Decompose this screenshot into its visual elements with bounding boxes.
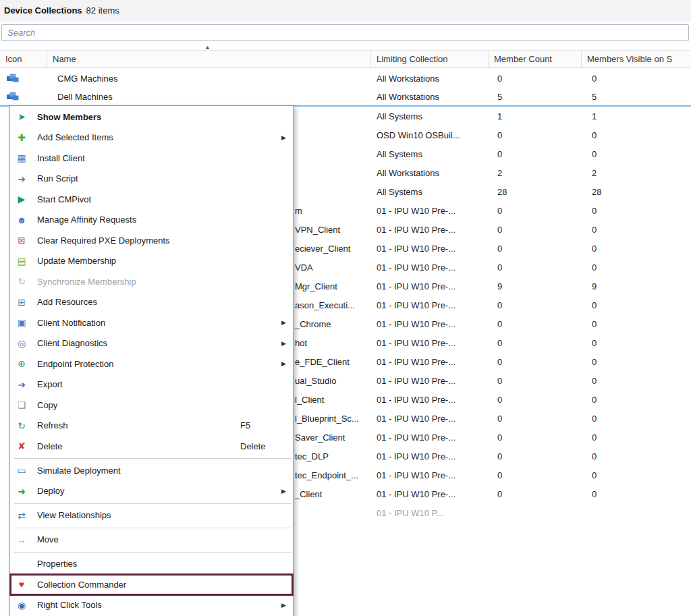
table-row[interactable]: CMG MachinesAll Workstations00 — [0, 69, 691, 88]
limiting-collection-value: All Workstations — [371, 74, 489, 84]
refresh-icon: ↻ — [14, 420, 29, 431]
members-visible-value: 0 — [582, 414, 691, 424]
column-header-name[interactable]: Name — [47, 51, 371, 67]
menu-item-right-click-tools[interactable]: ◉Right Click Tools▶ — [10, 595, 293, 616]
limiting-collection-value: 01 - IPU W10 Pre-... — [371, 395, 489, 405]
member-count-value: 0 — [489, 432, 582, 443]
members-visible-value: 0 — [582, 130, 691, 140]
menu-item-collection-commander[interactable]: ♥Collection Commander — [10, 574, 293, 595]
member-count-value: 0 — [489, 130, 582, 140]
menu-item-client-diagnostics[interactable]: ◎Client Diagnostics▶ — [10, 333, 293, 354]
sort-ascending-icon[interactable]: ▲ — [204, 45, 211, 51]
members-visible-value: 0 — [582, 300, 691, 310]
member-count-value: 2 — [489, 168, 582, 178]
menu-item-label: Manage Affinity Requests — [37, 215, 136, 225]
menu-item-clear-required-pxe-deployments[interactable]: ⊠Clear Required PXE Deployments — [10, 230, 293, 251]
menu-item-label: Deploy — [37, 486, 64, 496]
limiting-collection-value: 01 - IPU W10 Pre-... — [371, 244, 489, 254]
column-header-icon[interactable]: Icon — [0, 51, 47, 67]
menu-item-synchronize-membership: ↻Synchronize Membership — [10, 271, 293, 292]
synchronize-membership-icon: ↻ — [14, 276, 29, 287]
menu-item-deploy[interactable]: ➜Deploy▶ — [10, 481, 293, 502]
search-bar — [1, 24, 689, 41]
simulate-deployment-icon: ▭ — [14, 465, 29, 476]
search-input[interactable] — [1, 24, 689, 41]
menu-item-show-members[interactable]: ➤Show Members — [10, 107, 293, 128]
limiting-collection-value: 01 - IPU W10 Pre-... — [371, 451, 489, 461]
menu-item-move[interactable]: →Move — [10, 530, 293, 551]
add-selected-items-icon: ✚ — [14, 132, 29, 143]
member-count-value: 0 — [489, 300, 582, 310]
menu-item-refresh[interactable]: ↻RefreshF5 — [10, 416, 293, 437]
menu-item-export[interactable]: ➔Export — [10, 374, 293, 395]
export-icon: ➔ — [14, 379, 29, 390]
member-count-value: 0 — [489, 489, 582, 499]
menu-item-label: Install Client — [37, 153, 85, 163]
members-visible-value: 0 — [582, 206, 691, 216]
menu-item-label: Add Resources — [37, 297, 97, 307]
clear-pxe-icon: ⊠ — [14, 235, 29, 246]
members-visible-value: 0 — [582, 489, 691, 499]
member-count-value: 0 — [489, 395, 582, 405]
menu-item-install-client[interactable]: ▦Install Client — [10, 148, 293, 169]
column-header-members-visible[interactable]: Members Visible on S — [582, 51, 691, 67]
device-collection-icon — [0, 92, 47, 101]
members-visible-value: 0 — [582, 149, 691, 159]
menu-item-label: Clear Required PXE Deployments — [37, 235, 170, 246]
menu-item-label: Refresh — [37, 420, 68, 430]
table-row[interactable]: Dell MachinesAll Workstations55 — [0, 88, 691, 107]
install-client-icon: ▦ — [14, 152, 29, 163]
item-count: 82 items — [86, 5, 119, 16]
member-count-value: 0 — [489, 451, 582, 461]
menu-item-manage-affinity-requests[interactable]: ☻Manage Affinity Requests — [10, 210, 293, 231]
menu-item-properties[interactable]: Properties — [10, 554, 293, 575]
menu-item-label: Move — [37, 534, 59, 544]
client-notification-icon: ▣ — [14, 317, 29, 328]
menu-item-label: Run Script — [37, 173, 78, 184]
menu-shortcut: Delete — [240, 441, 266, 451]
member-count-value: 0 — [489, 470, 582, 480]
menu-item-update-membership[interactable]: ▤Update Membership — [10, 251, 293, 272]
copy-icon: ❏ — [14, 399, 29, 410]
limiting-collection-value: 01 - IPU W10 Pre-... — [371, 281, 489, 291]
limiting-collection-value: All Workstations — [371, 92, 489, 102]
collection-commander-icon: ♥ — [14, 579, 29, 590]
menu-item-run-script[interactable]: ➜Run Script — [10, 169, 293, 190]
limiting-collection-value: 01 - IPU W10 Pre-... — [371, 206, 489, 216]
menu-item-add-selected-items[interactable]: ✚Add Selected Items▶ — [10, 128, 293, 148]
menu-item-view-relationships[interactable]: ⇄View Relationships — [10, 505, 293, 526]
column-header-member-count[interactable]: Member Count — [489, 51, 582, 67]
add-resources-icon: ⊞ — [14, 297, 29, 308]
menu-item-endpoint-protection[interactable]: ⊕Endpoint Protection▶ — [10, 354, 293, 374]
menu-item-delete[interactable]: ✘DeleteDelete — [10, 436, 293, 457]
menu-item-client-notification[interactable]: ▣Client Notification▶ — [10, 312, 293, 333]
deploy-icon: ➜ — [14, 486, 29, 497]
menu-item-label: Start CMPivot — [37, 194, 91, 204]
limiting-collection-value: 01 - IPU W10 Pre-... — [371, 376, 489, 386]
menu-shortcut: F5 — [240, 420, 250, 430]
member-count-value: 0 — [489, 244, 582, 254]
column-header-limiting-collection[interactable]: Limiting Collection — [371, 51, 489, 67]
menu-item-label: Endpoint Protection — [37, 359, 113, 369]
limiting-collection-value: 01 - IPU W10 Pre-... — [371, 489, 489, 499]
members-visible-value: 0 — [582, 451, 691, 461]
menu-item-copy[interactable]: ❏Copy — [10, 395, 293, 416]
members-visible-value: 1 — [582, 111, 691, 121]
member-count-value: 28 — [489, 187, 582, 197]
limiting-collection-value: 01 - IPU W10 Pre-... — [371, 338, 489, 348]
members-visible-value: 0 — [582, 74, 691, 84]
view-relationships-icon: ⇄ — [14, 510, 29, 521]
member-count-value: 9 — [489, 281, 582, 291]
member-count-value: 0 — [489, 74, 582, 84]
limiting-collection-value: 01 - IPU W10 Pre-... — [371, 357, 489, 367]
menu-item-start-cmpivot[interactable]: ▶Start CMPivot — [10, 189, 293, 210]
submenu-arrow-icon: ▶ — [281, 602, 286, 609]
manage-affinity-icon: ☻ — [14, 215, 29, 225]
limiting-collection-value: OSD Win10 OSBuil... — [371, 130, 489, 140]
collection-name: Dell Machines — [47, 92, 371, 102]
page-title: Device Collections — [4, 5, 82, 16]
limiting-collection-value: 01 - IPU W10 Pre-... — [371, 414, 489, 424]
start-cmpivot-icon: ▶ — [14, 194, 29, 204]
menu-item-add-resources[interactable]: ⊞Add Resources — [10, 292, 293, 313]
menu-item-simulate-deployment[interactable]: ▭Simulate Deployment — [10, 460, 293, 481]
